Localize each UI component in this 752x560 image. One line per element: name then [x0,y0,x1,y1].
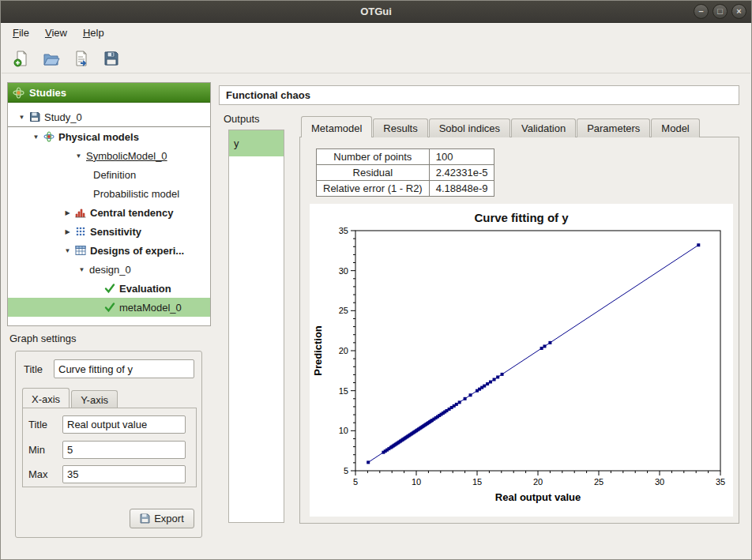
menu-help[interactable]: Help [75,24,112,43]
tree-item-evaluation[interactable]: Evaluation [8,279,210,298]
minimize-icon[interactable]: – [694,4,709,19]
chevron-down-icon[interactable]: ▼ [32,133,40,141]
title-bar[interactable]: OTGui – □ × [1,1,751,23]
axis-max-input[interactable] [62,465,186,483]
open-study-button[interactable] [39,47,63,70]
chevron-down-icon[interactable]: ▼ [17,114,26,121]
new-study-button[interactable] [9,47,33,70]
result-tabs: Metamodel Results Sobol indices Validati… [301,116,701,137]
svg-text:35: 35 [716,477,725,487]
check-icon [104,302,116,314]
svg-text:15: 15 [339,386,348,396]
svg-text:15: 15 [472,477,482,487]
tree-item-label: Probabilistic model [93,188,179,200]
svg-text:35: 35 [339,226,348,235]
menu-view[interactable]: View [37,24,75,43]
svg-text:30: 30 [339,266,348,276]
table-row: Number of points 100 [317,149,494,165]
app-window: OTGui – □ × File View Help [0,0,752,560]
tree-item-label: Definition [93,169,136,181]
chevron-right-icon[interactable]: ▶ [63,209,72,216]
axis-settings-pane: Title Min Max [22,408,197,487]
svg-text:10: 10 [339,426,348,435]
tree-item-label: Physical models [58,131,139,143]
tree-item-design-0[interactable]: ▼ design_0 [8,260,210,279]
chevron-right-icon[interactable]: ▶ [63,228,72,235]
table-cell-value: 100 [429,149,494,165]
studies-icon [13,87,24,99]
tab-sobol-indices[interactable]: Sobol indices [429,118,510,137]
import-script-button[interactable] [70,47,93,70]
studies-panel: Studies ▼ Study_0 ▼ [7,82,211,326]
table-cell-label: Residual [317,165,430,181]
svg-text:30: 30 [655,477,664,487]
study-save-icon [29,111,41,123]
tree-item-label: Study_0 [44,111,82,123]
scatter-dots-icon [75,226,87,238]
chevron-down-icon[interactable]: ▼ [77,266,86,273]
table-row: Residual 2.42331e-5 [317,165,494,181]
output-item-label: y [234,137,239,149]
tree-item-sensitivity[interactable]: ▶ Sensitivity [8,222,210,241]
export-button[interactable]: Export [130,509,194,528]
save-button[interactable] [100,47,123,70]
tree-item-symbolicmodel-0[interactable]: ▼ SymbolicModel_0 [8,146,210,165]
axis-tabs: X-axis Y-axis [22,388,119,408]
close-icon[interactable]: × [731,4,746,19]
graph-settings-group: Title X-axis Y-axis Title Min Max Export [15,351,202,538]
export-icon [140,513,150,524]
analysis-title: Functional chaos [219,85,739,105]
tab-model[interactable]: Model [651,118,699,137]
tree-item-metamodel-0[interactable]: metaModel_0 [8,298,210,317]
save-icon [103,50,120,67]
tree-item-probabilistic-model[interactable]: Probabilistic model [8,184,210,203]
tree-item-designs-of-experiments[interactable]: ▼ Designs of experi... [8,241,210,260]
tree-item-study-0[interactable]: ▼ Study_0 [8,108,210,127]
svg-text:Prediction: Prediction [312,325,324,376]
chart-title: Curve fitting of y [310,204,733,224]
outputs-label: Outputs [224,113,260,125]
import-script-icon [73,50,90,67]
curve-fitting-chart: Curve fitting of y 551010151520202525303… [310,204,733,517]
output-item-y[interactable]: y [229,130,284,156]
tree-item-central-tendency[interactable]: ▶ Central tendency [8,203,210,222]
svg-text:20: 20 [533,477,543,487]
tab-validation[interactable]: Validation [511,118,576,137]
svg-text:5: 5 [353,477,358,487]
outputs-list: y [228,130,284,523]
tab-results[interactable]: Results [373,118,427,137]
axis-title-input[interactable] [62,415,186,434]
metamodel-summary-table: Number of points 100 Residual 2.42331e-5… [316,148,494,197]
graph-title-input[interactable] [54,359,194,378]
svg-text:10: 10 [412,477,421,487]
axis-min-input[interactable] [62,441,186,459]
window-controls: – □ × [694,4,746,19]
histogram-icon [75,207,87,219]
studies-header: Studies [8,83,210,103]
axis-min-label: Min [28,444,45,456]
axis-title-label: Title [28,419,47,430]
tree-item-label: Central tendency [90,207,173,219]
tab-metamodel[interactable]: Metamodel [301,116,372,137]
studies-header-label: Studies [29,87,66,99]
toolbar [2,43,750,73]
tab-x-axis[interactable]: X-axis [22,388,70,408]
open-study-icon [43,50,60,67]
tab-parameters[interactable]: Parameters [577,118,650,137]
svg-text:25: 25 [594,477,603,487]
chevron-down-icon[interactable]: ▼ [63,247,72,254]
tree-item-definition[interactable]: Definition [8,165,210,184]
tree-item-physical-models[interactable]: ▼ Physical models [8,127,210,146]
tab-y-axis[interactable]: Y-axis [71,390,118,408]
tree-item-label: metaModel_0 [119,302,182,314]
chevron-down-icon[interactable]: ▼ [74,152,83,160]
table-cell-label: Number of points [317,149,430,165]
menu-file[interactable]: File [5,24,37,43]
svg-text:5: 5 [344,466,348,475]
maximize-icon[interactable]: □ [713,4,728,19]
table-grid-icon [75,245,87,257]
analysis-title-text: Functional chaos [226,89,310,101]
scatter-plot: 55101015152020252530303535Real output va… [310,226,733,507]
title-label: Title [24,363,43,375]
svg-text:20: 20 [339,346,348,355]
